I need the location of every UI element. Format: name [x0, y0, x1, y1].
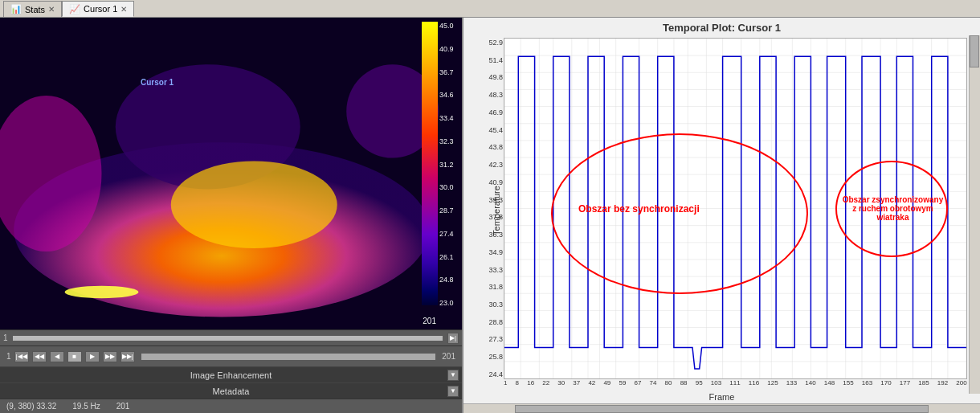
- tab-cursor1[interactable]: 📈 Cursor 1 ✕: [62, 1, 134, 17]
- y-tick-6: 43.8: [488, 143, 503, 151]
- x-tick-12: 88: [680, 379, 688, 386]
- x-tick-16: 116: [749, 379, 759, 386]
- x-tick-21: 155: [843, 379, 853, 386]
- frame-end-label: 201: [442, 352, 455, 361]
- stats-icon: 📊: [10, 4, 22, 14]
- go-start-button[interactable]: |◀◀: [14, 351, 29, 362]
- x-tick-11: 80: [665, 379, 672, 386]
- y-tick-13: 33.3: [488, 266, 503, 274]
- tab-bar: 📊 Stats ✕ 📈 Cursor 1 ✕: [0, 0, 980, 18]
- y-tick-12: 34.9: [488, 248, 503, 256]
- metadata-panel: Metadata ▼: [0, 382, 462, 399]
- seek-slider[interactable]: [13, 336, 443, 341]
- frame-start-label: 1: [3, 333, 8, 342]
- x-tick-13: 95: [696, 379, 703, 386]
- right-scrollbar-thumb[interactable]: [970, 35, 979, 67]
- x-tick-25: 185: [918, 379, 929, 386]
- right-panel: Temporal Plot: Cursor 1 Temperature 52.9…: [462, 18, 980, 413]
- colorbar-label-12: 23.0: [439, 299, 460, 307]
- image-enhancement-label: Image Enhancement: [190, 370, 272, 380]
- cursor-icon: 📈: [69, 4, 80, 14]
- chart-plot: 52.9 51.4 49.8 48.3 46.9 45.4 43.8 42.3 …: [504, 38, 967, 379]
- colorbar-label-8: 28.7: [439, 206, 460, 215]
- seek-end-icon: ▶|: [450, 334, 456, 341]
- seek-bar[interactable]: 1 ▶|: [0, 329, 462, 346]
- frame-bottom-label: 201: [423, 317, 436, 325]
- seek-fill: [13, 336, 443, 341]
- y-tick-16: 28.8: [488, 318, 503, 326]
- x-tick-20: 148: [824, 379, 835, 386]
- y-tick-10: 37.8: [488, 213, 503, 221]
- waveform-line: [504, 56, 966, 369]
- step-one-forward-button[interactable]: ▶: [85, 351, 100, 362]
- y-tick-0: 52.9: [488, 39, 503, 47]
- stop-button[interactable]: ■: [67, 351, 82, 362]
- x-tick-4: 30: [557, 379, 565, 386]
- y-tick-3: 48.3: [488, 91, 503, 99]
- y-tick-1: 51.4: [488, 56, 503, 64]
- seek-end-btn[interactable]: ▶|: [447, 333, 459, 344]
- hz-status: 19.5 Hz: [72, 402, 100, 411]
- chart-title: Temporal Plot: Cursor 1: [463, 22, 980, 34]
- right-scrollbar[interactable]: [969, 35, 980, 394]
- colorbar-gradient: [422, 22, 438, 305]
- colorbar-labels: 45.0 40.9 36.7 34.6 33.4 32.3 31.2 30.0 …: [439, 22, 460, 307]
- colorbar-label-3: 34.6: [439, 91, 460, 99]
- step-back-button[interactable]: ◀◀: [32, 351, 47, 362]
- x-tick-27: 200: [956, 379, 966, 386]
- colorbar-label-0: 45.0: [439, 22, 460, 30]
- colorbar-label-10: 26.1: [439, 253, 460, 261]
- tab-cursor1-close[interactable]: ✕: [120, 5, 127, 14]
- y-tick-11: 36.3: [488, 231, 503, 239]
- step-forward-button[interactable]: ▶▶: [103, 351, 117, 362]
- left-panel: Cursor 1 45.0 40.9 36.7 34.6 33.4 32.3 3…: [0, 18, 462, 413]
- x-tick-9: 67: [635, 379, 642, 386]
- x-tick-18: 133: [786, 379, 797, 386]
- y-tick-14: 31.8: [488, 283, 503, 291]
- metadata-expand[interactable]: ▼: [447, 386, 459, 397]
- tab-stats[interactable]: 📊 Stats ✕: [3, 1, 62, 17]
- image-enhancement-expand[interactable]: ▼: [447, 370, 459, 381]
- y-tick-18: 25.8: [488, 353, 503, 361]
- step-one-back-button[interactable]: ◀: [50, 351, 64, 362]
- chart-svg: [504, 39, 966, 378]
- main-content: Cursor 1 45.0 40.9 36.7 34.6 33.4 32.3 3…: [0, 18, 980, 413]
- x-tick-23: 170: [880, 379, 891, 386]
- playback-progress[interactable]: [141, 354, 436, 360]
- metadata-label: Metadata: [213, 386, 250, 396]
- frame-num-label: 1: [6, 352, 11, 361]
- y-tick-17: 27.3: [488, 335, 503, 343]
- y-tick-5: 45.4: [488, 126, 503, 134]
- chart-container: Temporal Plot: Cursor 1 Temperature 52.9…: [463, 18, 980, 403]
- x-tick-2: 16: [527, 379, 534, 386]
- coordinates-status: (9, 380) 33.32: [6, 402, 56, 411]
- tab-stats-close[interactable]: ✕: [48, 5, 55, 14]
- x-ticks: 1 8 16 22 30 37 42 49 59 67 74 80 88 95 …: [504, 379, 967, 392]
- x-tick-6: 42: [588, 379, 595, 386]
- colorbar-label-7: 30.0: [439, 183, 460, 191]
- status-bar: (9, 380) 33.32 19.5 Hz 201: [0, 399, 462, 413]
- y-tick-2: 49.8: [488, 73, 503, 81]
- x-tick-26: 192: [937, 379, 948, 386]
- y-tick-15: 30.3: [488, 301, 503, 309]
- colorbar-label-5: 32.3: [439, 137, 460, 145]
- tab-stats-label: Stats: [25, 5, 45, 14]
- svg-point-3: [171, 161, 337, 248]
- go-end-button[interactable]: ▶▶|: [120, 351, 135, 362]
- chart-scrollbar[interactable]: [463, 403, 980, 413]
- x-tick-0: 1: [504, 379, 507, 386]
- tab-cursor1-label: Cursor 1: [84, 4, 117, 14]
- colorbar-label-4: 33.4: [439, 114, 460, 122]
- x-axis-label: Frame: [709, 392, 735, 402]
- progress-fill: [141, 354, 436, 360]
- x-tick-5: 37: [573, 379, 580, 386]
- y-tick-8: 40.9: [488, 178, 503, 186]
- scrollbar-thumb[interactable]: [515, 405, 928, 413]
- y-tick-7: 42.3: [488, 161, 503, 169]
- svg-point-4: [65, 286, 139, 299]
- y-ticks: 52.9 51.4 49.8 48.3 46.9 45.4 43.8 42.3 …: [466, 39, 503, 378]
- y-tick-9: 39.3: [488, 196, 503, 204]
- y-tick-4: 46.9: [488, 108, 503, 117]
- x-tick-17: 125: [767, 379, 778, 386]
- image-enhancement-panel: Image Enhancement ▼: [0, 366, 462, 382]
